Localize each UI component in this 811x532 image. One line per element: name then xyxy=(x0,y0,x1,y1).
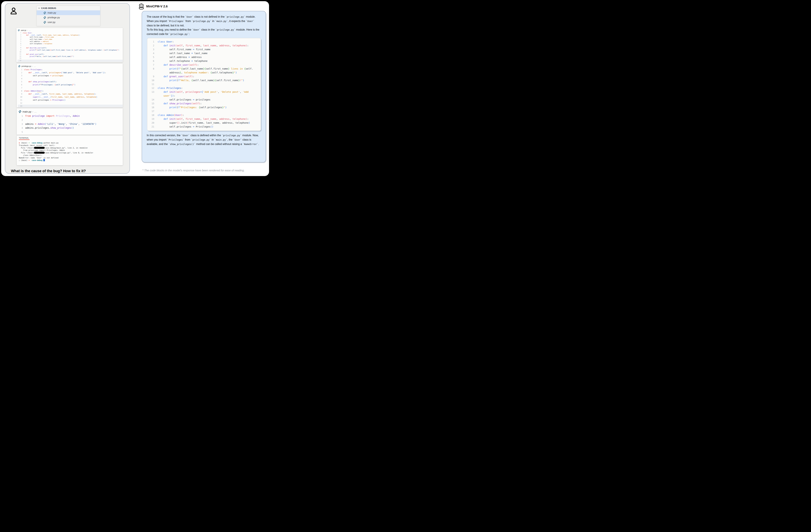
code-line: 13 def init(self, privileges=['Add post'… xyxy=(147,90,258,94)
code-text: self.telephone = telephone xyxy=(23,43,52,45)
code-line: 9 print(f"{self.last_name}{self.first_na… xyxy=(17,49,123,51)
response-paragraph: In this corrected version, the `User` cl… xyxy=(147,133,261,146)
inline-code: `User` xyxy=(192,28,201,31)
code-line: 18class Admin(User): xyxy=(147,113,258,117)
editor-file-name: user.py xyxy=(21,29,26,31)
editor-breadcrumb: user.py›… xyxy=(17,29,123,32)
line-number: 10 xyxy=(18,96,22,99)
line-number: 7 xyxy=(18,87,22,90)
file-item-user-py[interactable]: user.py xyxy=(37,20,100,25)
line-number: 6 xyxy=(18,83,22,87)
inline-code: `main.py` xyxy=(214,138,227,141)
line-number: 17 xyxy=(147,109,158,113)
editor-file-name: privilege.py xyxy=(21,65,31,67)
code-line: 5 self.address = address xyxy=(17,41,123,43)
line-number: 3 xyxy=(17,36,21,38)
line-number: 12 xyxy=(17,56,21,58)
line-number: 3 xyxy=(18,122,23,126)
response-text: in xyxy=(211,20,215,22)
code-text: def greet_user(self): xyxy=(158,75,194,78)
code-line: 10 super().__init__(first_name, last_nam… xyxy=(18,96,123,99)
line-number: 8 xyxy=(147,67,158,71)
explorer-folder-header[interactable]: CASE-DEBUG xyxy=(37,6,100,11)
code-line: 6 print(f"Privileges: {self.privileges}"… xyxy=(18,83,123,87)
model-name: MiniCPM-V 2.6 xyxy=(146,4,168,8)
code-line: ⊗ (base) ➜ case-debug python main.py xyxy=(19,142,123,144)
footnote: * The code blocks in the model's respons… xyxy=(142,169,245,172)
code-text: class Admin(User): xyxy=(158,113,184,117)
line-number: 6 xyxy=(147,59,158,63)
inline-code: `privilege.py` xyxy=(221,134,242,137)
code-line: 17 xyxy=(147,109,258,113)
code-text: def __init__(self, first_name, last_name… xyxy=(23,34,80,36)
code-line: 20 super().init(first_name, last_name, a… xyxy=(147,121,258,125)
code-text: address}, telephone number: {self.teleph… xyxy=(158,71,237,75)
response-text: class to be defined, but it is not. xyxy=(147,24,184,27)
code-line: File "/Userscase-debug/privilege.py", li… xyxy=(19,152,123,154)
user-question: What is the cause of the bug? How to fix… xyxy=(11,169,86,173)
code-line: 14 xyxy=(17,60,123,62)
code-text: class User: xyxy=(23,32,32,34)
model-response-bubble: The cause of the bug is that the `User` … xyxy=(142,11,266,162)
line-number: 7 xyxy=(17,45,21,47)
file-item-main-py[interactable]: main.py xyxy=(37,11,100,15)
line-number: 13 xyxy=(17,58,21,60)
line-number: 21 xyxy=(147,125,158,129)
line-number: 5 xyxy=(18,130,23,134)
code-line: 4 self.last_name = last_name xyxy=(17,38,123,41)
terminal-panel: TERMINAL ⊗ (base) ➜ case-debug python ma… xyxy=(17,136,123,165)
code-line: 5 xyxy=(18,130,123,134)
inline-code: `privilege.py` xyxy=(191,138,211,141)
code-line: 8class Admin(User): xyxy=(18,90,123,93)
line-number: 1 xyxy=(18,114,23,118)
terminal-tab-label[interactable]: TERMINAL xyxy=(19,137,123,139)
code-text: NameError: name 'User' is not defined xyxy=(19,157,59,159)
code-text: def __init__(self, privileges=['Add post… xyxy=(24,71,106,74)
code-text: print(f"Privileges: {self.privileges}") xyxy=(24,83,75,87)
code-line: 3admins = Admin('Lili', 'Wang', 'China',… xyxy=(18,122,123,126)
file-item-privilege-py[interactable]: privilege.py xyxy=(37,15,100,20)
line-number: 18 xyxy=(147,113,158,117)
code-line: 9 def greet_user(self): xyxy=(147,75,258,78)
editor-breadcrumb: privilege.py›… xyxy=(18,65,123,68)
code-text: self.privileges = privileges xyxy=(158,98,210,101)
code-line: 1from privilege import Privileges, Admin xyxy=(18,114,123,118)
line-number: 1 xyxy=(17,32,21,34)
code-line: 1class Privileges: xyxy=(18,68,123,71)
code-line: 4admins.privileges.show_privileges() xyxy=(18,126,123,130)
code-line: 11 def greet_user(self): xyxy=(17,53,123,56)
line-number: 5 xyxy=(18,80,22,83)
code-line: 3 self.privileges = privileges xyxy=(18,74,123,77)
editor-user-py: user.py›…1class User:2 def __init__(self… xyxy=(16,28,123,62)
code-text: File "/Userscase-debug/main.py", line 2,… xyxy=(19,147,88,149)
code-text: print(f"Hello, {self.last_name}{self.fir… xyxy=(23,56,74,58)
editor-file-name: main.py xyxy=(22,110,31,113)
line-number: 16 xyxy=(147,106,158,109)
code-line: 2 def __init__(self, privileges=['Add po… xyxy=(18,71,123,74)
terminal-cursor xyxy=(43,159,45,161)
code-text: def show_privileges(self): xyxy=(158,101,202,106)
code-line: 12 print(f"Hello, {self.last_name}{self.… xyxy=(17,56,123,58)
line-number: 2 xyxy=(18,118,23,122)
code-line: ○ (base) ➜ case-debug xyxy=(19,159,123,161)
line-number: 13 xyxy=(18,105,22,108)
code-text: self.last_name = last_name xyxy=(158,51,208,55)
code-text: self.first_name = first_name xyxy=(158,48,210,51)
code-text: def init(self, privileges=['Add post', '… xyxy=(158,90,248,94)
line-number: 4 xyxy=(18,77,22,80)
code-line: 2 def init(self, first_name, last_name, … xyxy=(147,44,258,48)
line-number: 10 xyxy=(17,51,21,53)
inline-code: `show_privileges()` xyxy=(169,143,196,145)
line-number: 19 xyxy=(147,117,158,121)
code-line: 10 xyxy=(17,51,123,53)
response-text: The cause of the bug is that the xyxy=(147,15,185,18)
code-line: NameError: name 'User' is not defined xyxy=(19,157,123,159)
code-text: super().__init__(first_name, last_name, … xyxy=(24,96,97,99)
file-name: user.py xyxy=(48,21,56,24)
file-explorer: CASE-DEBUG main.pyprivilege.pyuser.py xyxy=(36,6,100,26)
file-name: main.py xyxy=(48,12,56,14)
code-line: 1class User: xyxy=(147,40,258,44)
inline-code: `User` xyxy=(233,138,242,141)
inline-code: `privilege.py` xyxy=(192,20,211,22)
code-text: self.privileges = Privileges() xyxy=(24,99,65,101)
